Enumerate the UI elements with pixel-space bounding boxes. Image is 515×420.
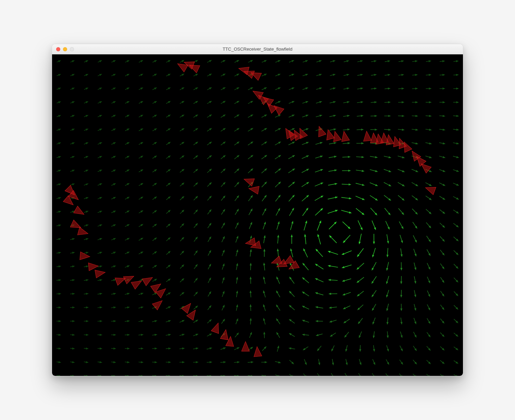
flow-arrow [207, 263, 212, 270]
svg-line-252 [139, 116, 141, 117]
svg-marker-929 [250, 263, 252, 265]
svg-marker-887 [372, 255, 374, 258]
flow-arrow [166, 333, 172, 336]
svg-marker-1215 [154, 333, 158, 336]
window-titlebar[interactable]: TTC_OSCReceiver_State_flowfield [52, 44, 463, 54]
flow-arrow [315, 320, 323, 322]
flow-particle [315, 125, 326, 137]
svg-line-418 [453, 143, 456, 143]
flow-arrow [342, 234, 351, 244]
flow-arrow [371, 220, 377, 231]
flow-arrow [276, 221, 280, 230]
flow-arrow [261, 345, 267, 352]
flow-arrow [234, 361, 240, 364]
svg-line-652 [412, 196, 416, 199]
svg-line-1302 [347, 345, 348, 349]
svg-line-428 [111, 157, 113, 158]
svg-marker-169 [388, 87, 391, 90]
flow-arrow [412, 208, 419, 215]
svg-marker-1145 [86, 320, 89, 322]
flow-arrow [138, 196, 144, 200]
svg-line-448 [248, 157, 251, 159]
svg-line-52 [412, 61, 415, 62]
svg-marker-1395 [154, 375, 158, 376]
flow-arrow [327, 250, 338, 255]
svg-line-910 [125, 266, 127, 267]
svg-marker-315 [154, 127, 158, 130]
svg-marker-1273 [141, 347, 144, 350]
flow-arrow [56, 210, 61, 213]
svg-line-144 [221, 89, 223, 90]
svg-marker-1489 [211, 321, 222, 333]
flow-arrow [152, 278, 158, 282]
svg-marker-31 [264, 59, 267, 62]
flow-arrow [453, 304, 459, 310]
flow-arrow [111, 375, 116, 376]
svg-line-724 [84, 225, 86, 226]
flow-arrow [453, 169, 460, 173]
flow-arrow [439, 128, 446, 131]
flow-arrow [358, 359, 362, 366]
flow-arrow [412, 345, 417, 352]
svg-line-778 [453, 223, 457, 226]
svg-marker-595 [429, 184, 432, 187]
flow-arrow [426, 74, 432, 76]
svg-line-340 [329, 129, 334, 130]
flow-arrow [426, 88, 431, 90]
zoom-icon[interactable] [70, 47, 74, 51]
svg-marker-247 [99, 114, 103, 117]
flow-arrow [345, 359, 348, 366]
flow-arrow [70, 155, 75, 159]
flow-arrow [248, 208, 253, 215]
svg-line-1138 [454, 305, 456, 307]
svg-marker-471 [402, 156, 405, 159]
svg-marker-1263 [72, 347, 75, 350]
svg-marker-1219 [182, 333, 185, 336]
close-icon[interactable] [56, 47, 60, 51]
flow-arrow [70, 334, 75, 336]
svg-line-706 [370, 208, 375, 213]
svg-line-36 [303, 61, 305, 62]
window-title: TTC_OSCReceiver_State_flowfield [52, 47, 463, 52]
svg-marker-253 [140, 114, 144, 117]
flow-arrow [152, 347, 158, 350]
flow-arrow [302, 248, 309, 258]
flow-arrow [288, 100, 295, 104]
svg-marker-1249 [387, 336, 389, 339]
svg-line-194 [152, 102, 154, 103]
flow-arrow [314, 195, 324, 201]
svg-line-1366 [373, 359, 374, 363]
svg-marker-269 [250, 114, 254, 117]
flow-arrow [207, 222, 212, 228]
flow-arrow [359, 345, 362, 352]
svg-marker-363 [72, 142, 75, 145]
svg-line-294 [426, 116, 429, 116]
flow-arrow [179, 223, 185, 228]
svg-marker-139 [181, 87, 185, 90]
flow-arrow [398, 221, 404, 230]
svg-line-748 [249, 224, 251, 229]
svg-line-276 [302, 116, 306, 117]
svg-line-66 [98, 75, 100, 76]
svg-line-830 [400, 235, 402, 241]
svg-marker-695 [292, 207, 295, 211]
flow-arrow [138, 100, 144, 104]
flow-arrow [413, 249, 417, 257]
minimize-icon[interactable] [63, 47, 67, 51]
svg-line-216 [302, 102, 306, 104]
flow-arrow [302, 59, 309, 63]
flow-arrow [289, 59, 295, 63]
svg-marker-1277 [168, 347, 171, 350]
flow-arrow [330, 345, 335, 352]
flow-arrow [98, 334, 103, 336]
svg-line-364 [84, 143, 86, 144]
svg-line-836 [440, 236, 443, 240]
svg-line-442 [207, 157, 210, 159]
flow-arrow [413, 318, 417, 325]
svg-marker-17 [168, 59, 171, 62]
svg-marker-1349 [251, 361, 254, 363]
svg-marker-965 [86, 279, 89, 281]
svg-line-1400 [193, 376, 196, 376]
flow-arrow [356, 156, 364, 158]
svg-line-1326 [98, 362, 100, 362]
